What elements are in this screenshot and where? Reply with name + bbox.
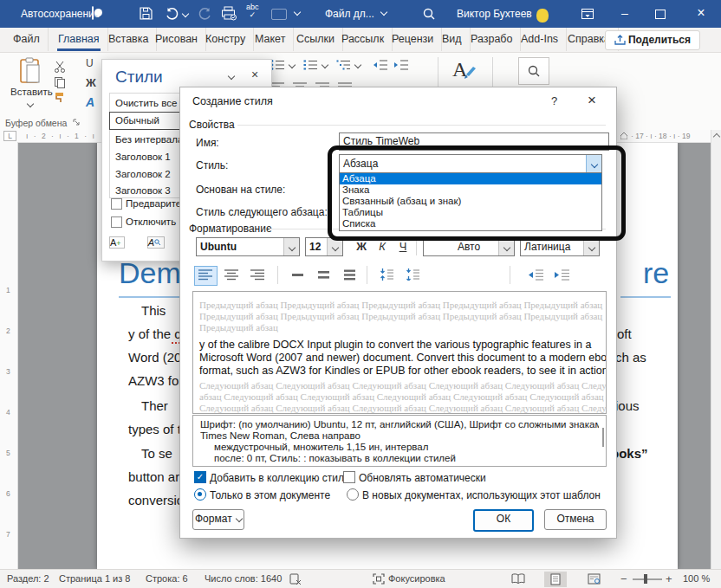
font-size-combo[interactable]: 12 xyxy=(305,237,343,256)
zoom-slider-thumb[interactable] xyxy=(644,574,647,584)
bold-button[interactable]: Ж xyxy=(352,240,371,253)
indent-marker-icon[interactable] xyxy=(620,132,627,139)
align-right-button[interactable] xyxy=(246,266,270,286)
undo-caret-icon[interactable] xyxy=(182,10,189,17)
multilevel-list-icon[interactable] xyxy=(336,59,351,71)
bullet-list-icon[interactable] xyxy=(270,59,285,71)
scroll-up-icon[interactable] xyxy=(713,133,720,140)
double-spacing-button[interactable] xyxy=(338,266,361,286)
increase-spacing-button[interactable] xyxy=(374,266,398,286)
style-item-heading2[interactable]: Заголовок 2 xyxy=(115,169,171,179)
bullet-list-caret-icon[interactable] xyxy=(289,61,296,68)
focus-label[interactable]: Фокусировка xyxy=(388,573,445,584)
decrease-spacing-button[interactable] xyxy=(400,266,424,286)
share-button[interactable]: Поделиться xyxy=(605,30,700,50)
align-left-button[interactable] xyxy=(194,266,218,286)
ribbon-display-options-icon[interactable] xyxy=(581,7,594,21)
web-layout-icon[interactable] xyxy=(582,572,605,587)
font-name-combo[interactable]: Ubuntu xyxy=(196,237,300,256)
style-item-no-spacing[interactable]: Без интервала xyxy=(115,134,183,145)
paste-button[interactable]: Вставить xyxy=(10,57,50,109)
italic-button[interactable]: К xyxy=(373,240,392,253)
undo-icon[interactable] xyxy=(165,6,179,21)
style-item-heading3[interactable]: Заголовок 3 xyxy=(115,185,171,196)
help-icon[interactable]: ? xyxy=(551,94,557,107)
save-icon[interactable] xyxy=(139,6,153,21)
font-color-button-fragment[interactable]: A xyxy=(86,95,94,109)
script-dropdown-button[interactable] xyxy=(583,238,599,255)
droplist-option-character[interactable]: Знака xyxy=(340,184,601,196)
close-button[interactable]: × xyxy=(688,3,714,23)
zoom-slider-track[interactable] xyxy=(633,578,662,580)
toolbar-customize-icon[interactable] xyxy=(294,9,301,16)
description-scrollbar[interactable] xyxy=(602,428,604,447)
preview-checkbox[interactable] xyxy=(111,198,122,210)
cut-icon[interactable] xyxy=(54,61,66,73)
touch-mode-icon[interactable] xyxy=(271,9,287,20)
maximize-button[interactable] xyxy=(655,10,666,19)
styles-panel-caret-icon[interactable] xyxy=(228,73,235,80)
style-inspector-button[interactable]: A xyxy=(147,236,165,249)
name-field[interactable]: Стиль TimeWeb xyxy=(339,132,609,151)
dialog-close-icon[interactable]: × xyxy=(588,92,596,109)
style-type-dropdown-button[interactable] xyxy=(586,155,601,172)
document-title[interactable]: Файл дл... xyxy=(325,8,374,20)
editor-search-button[interactable] xyxy=(518,57,549,85)
numbered-list-caret-icon[interactable] xyxy=(322,61,328,68)
font-size-dropdown-button[interactable] xyxy=(327,238,342,255)
zoom-out-button[interactable]: − xyxy=(620,572,627,585)
droplist-option-table[interactable]: Таблицы xyxy=(340,207,601,218)
user-name[interactable]: Виктор Бухтеев xyxy=(457,8,532,20)
auto-update-checkbox[interactable] xyxy=(343,471,355,483)
style-type-combo[interactable]: Абзаца xyxy=(339,154,602,173)
one-half-spacing-button[interactable] xyxy=(312,266,335,286)
underline-button-fragment[interactable]: U xyxy=(86,57,94,69)
text-effects-icon[interactable]: A xyxy=(451,57,477,83)
droplist-option-linked[interactable]: Связанный (абзац и знак) xyxy=(340,196,601,207)
print-layout-icon[interactable] xyxy=(544,572,567,587)
increase-indent-icon[interactable] xyxy=(393,59,409,71)
tab-selector[interactable]: L xyxy=(3,131,16,141)
underline-button[interactable]: Ч xyxy=(393,240,412,253)
status-line[interactable]: Строка: 6 xyxy=(146,573,188,584)
font-color-dropdown-button[interactable] xyxy=(498,238,514,255)
print-icon[interactable] xyxy=(221,6,237,21)
tab-file[interactable]: Файл xyxy=(5,28,49,51)
new-docs-radio[interactable] xyxy=(347,488,359,501)
clipboard-dialog-launcher-icon[interactable] xyxy=(73,119,81,126)
only-this-doc-radio[interactable] xyxy=(194,488,206,501)
tab-home[interactable]: Главная xyxy=(50,28,108,51)
multilevel-list-caret-icon[interactable] xyxy=(354,61,361,68)
redo-icon[interactable] xyxy=(198,6,212,21)
format-button[interactable]: Формат xyxy=(192,509,244,530)
increase-indent-button[interactable] xyxy=(549,266,573,286)
font-color-combo[interactable]: Авто xyxy=(423,237,515,256)
style-item-clear-all[interactable]: Очистить все xyxy=(115,98,177,108)
single-spacing-button[interactable] xyxy=(286,266,309,286)
decrease-indent-button[interactable] xyxy=(523,266,547,286)
tab-addins[interactable]: Add-Ins xyxy=(513,28,567,51)
ok-button[interactable]: ОК xyxy=(473,509,534,532)
add-to-gallery-checkbox[interactable]: ✓ xyxy=(194,471,206,483)
doc-title-caret-icon[interactable] xyxy=(380,9,387,16)
cancel-button[interactable]: Отмена xyxy=(544,509,607,530)
spellcheck-icon[interactable]: abc✓ xyxy=(246,3,259,19)
zoom-percentage[interactable]: 100 % xyxy=(683,573,710,584)
font-name-dropdown-button[interactable] xyxy=(283,238,299,255)
minimize-button[interactable]: – xyxy=(612,3,638,23)
status-wordcount[interactable]: Число слов: 1640 xyxy=(205,573,282,584)
focus-icon[interactable] xyxy=(373,573,385,585)
bold-button-fragment[interactable]: Ж xyxy=(86,76,96,89)
tab-layout[interactable]: Макет xyxy=(247,28,294,51)
numbered-list-icon[interactable] xyxy=(303,59,318,71)
vertical-scrollbar[interactable] xyxy=(711,130,721,569)
proofing-error-icon[interactable] xyxy=(289,573,302,585)
new-style-button[interactable]: A+ xyxy=(109,236,125,249)
style-item-heading1[interactable]: Заголовок 1 xyxy=(115,152,171,162)
droplist-option-list[interactable]: Списка xyxy=(340,218,601,229)
search-icon[interactable] xyxy=(422,7,436,21)
status-section[interactable]: Раздел: 2 xyxy=(7,573,49,584)
format-painter-icon[interactable] xyxy=(54,92,66,104)
align-center-button[interactable] xyxy=(220,266,244,286)
script-combo[interactable]: Латиница xyxy=(520,237,600,256)
